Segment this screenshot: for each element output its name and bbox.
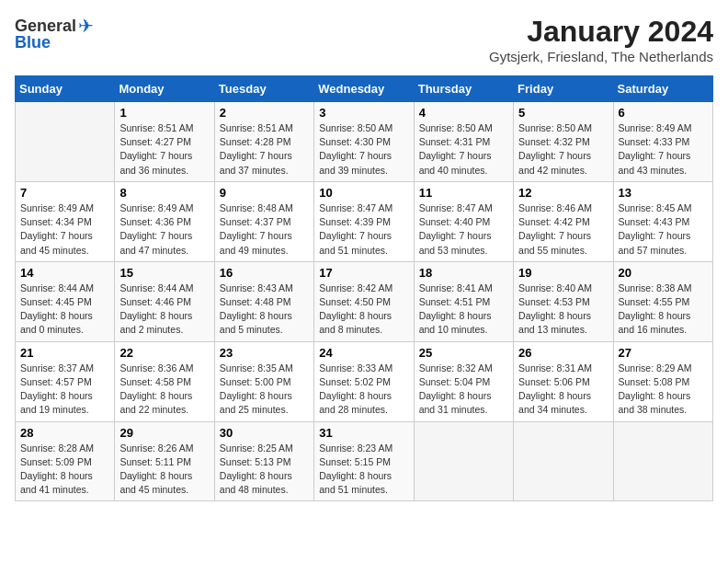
calendar-cell: 22Sunrise: 8:36 AM Sunset: 4:58 PM Dayli… [115,341,214,421]
day-number: 5 [518,106,608,120]
calendar-cell: 12Sunrise: 8:46 AM Sunset: 4:42 PM Dayli… [514,181,613,261]
day-info: Sunrise: 8:28 AM Sunset: 5:09 PM Dayligh… [20,442,109,498]
day-info: Sunrise: 8:25 AM Sunset: 5:13 PM Dayligh… [220,442,309,498]
day-number: 24 [319,346,408,360]
calendar-cell: 24Sunrise: 8:33 AM Sunset: 5:02 PM Dayli… [314,341,414,421]
day-info: Sunrise: 8:43 AM Sunset: 4:48 PM Dayligh… [220,282,309,338]
page-subtitle: Gytsjerk, Friesland, The Netherlands [489,49,713,64]
day-info: Sunrise: 8:51 AM Sunset: 4:28 PM Dayligh… [220,121,309,178]
logo-bird-icon: ✈ [78,15,94,37]
column-header-monday: Monday [115,76,214,102]
day-info: Sunrise: 8:41 AM Sunset: 4:51 PM Dayligh… [419,282,508,338]
calendar-cell: 4Sunrise: 8:50 AM Sunset: 4:31 PM Daylig… [414,102,513,182]
day-info: Sunrise: 8:47 AM Sunset: 4:40 PM Dayligh… [419,201,508,258]
day-info: Sunrise: 8:26 AM Sunset: 5:11 PM Dayligh… [119,442,209,498]
calendar-week-row: 14Sunrise: 8:44 AM Sunset: 4:45 PM Dayli… [16,261,713,341]
calendar-cell [613,421,712,501]
day-number: 25 [419,346,508,360]
day-info: Sunrise: 8:50 AM Sunset: 4:32 PM Dayligh… [518,121,608,178]
day-number: 17 [319,266,408,280]
day-info: Sunrise: 8:47 AM Sunset: 4:39 PM Dayligh… [319,201,408,258]
title-area: January 2024 Gytsjerk, Friesland, The Ne… [489,15,713,64]
logo: General ✈ Blue [15,15,94,52]
day-number: 3 [319,106,408,120]
day-number: 15 [119,266,209,280]
calendar-cell: 25Sunrise: 8:32 AM Sunset: 5:04 PM Dayli… [414,341,513,421]
logo-blue-text: Blue [15,33,51,52]
calendar-cell: 1Sunrise: 8:51 AM Sunset: 4:27 PM Daylig… [115,102,214,182]
day-number: 22 [119,346,209,360]
day-number: 23 [220,346,309,360]
day-info: Sunrise: 8:42 AM Sunset: 4:50 PM Dayligh… [319,282,408,338]
day-info: Sunrise: 8:33 AM Sunset: 5:02 PM Dayligh… [319,362,408,418]
calendar-cell: 16Sunrise: 8:43 AM Sunset: 4:48 PM Dayli… [214,261,313,341]
day-info: Sunrise: 8:29 AM Sunset: 5:08 PM Dayligh… [619,362,708,418]
day-info: Sunrise: 8:44 AM Sunset: 4:45 PM Dayligh… [20,282,109,338]
calendar-cell: 30Sunrise: 8:25 AM Sunset: 5:13 PM Dayli… [214,421,313,501]
column-header-tuesday: Tuesday [214,76,313,102]
day-number: 29 [119,426,209,440]
day-info: Sunrise: 8:40 AM Sunset: 4:53 PM Dayligh… [518,282,608,338]
column-header-friday: Friday [514,76,613,102]
day-info: Sunrise: 8:32 AM Sunset: 5:04 PM Dayligh… [419,362,508,418]
day-info: Sunrise: 8:37 AM Sunset: 4:57 PM Dayligh… [20,362,109,418]
calendar-cell: 31Sunrise: 8:23 AM Sunset: 5:15 PM Dayli… [314,421,414,501]
day-number: 21 [20,346,109,360]
day-number: 11 [419,186,508,200]
calendar-cell: 2Sunrise: 8:51 AM Sunset: 4:28 PM Daylig… [214,102,313,182]
day-number: 2 [220,106,309,120]
calendar-table: SundayMondayTuesdayWednesdayThursdayFrid… [15,75,713,501]
calendar-cell [414,421,513,501]
column-header-wednesday: Wednesday [314,76,414,102]
day-number: 10 [319,186,408,200]
day-number: 13 [619,186,708,200]
day-number: 19 [518,266,608,280]
day-info: Sunrise: 8:23 AM Sunset: 5:15 PM Dayligh… [319,442,408,498]
day-info: Sunrise: 8:48 AM Sunset: 4:37 PM Dayligh… [220,201,309,258]
calendar-cell: 11Sunrise: 8:47 AM Sunset: 4:40 PM Dayli… [414,181,513,261]
calendar-cell: 27Sunrise: 8:29 AM Sunset: 5:08 PM Dayli… [613,341,712,421]
day-number: 6 [619,106,708,120]
calendar-header-row: SundayMondayTuesdayWednesdayThursdayFrid… [16,76,713,102]
calendar-week-row: 28Sunrise: 8:28 AM Sunset: 5:09 PM Dayli… [16,421,713,501]
calendar-cell: 26Sunrise: 8:31 AM Sunset: 5:06 PM Dayli… [514,341,613,421]
day-info: Sunrise: 8:36 AM Sunset: 4:58 PM Dayligh… [119,362,209,418]
day-info: Sunrise: 8:31 AM Sunset: 5:06 PM Dayligh… [518,362,608,418]
calendar-cell: 18Sunrise: 8:41 AM Sunset: 4:51 PM Dayli… [414,261,513,341]
day-number: 30 [220,426,309,440]
column-header-thursday: Thursday [414,76,513,102]
calendar-cell: 3Sunrise: 8:50 AM Sunset: 4:30 PM Daylig… [314,102,414,182]
day-number: 8 [119,186,209,200]
column-header-saturday: Saturday [613,76,712,102]
page-header: General ✈ Blue January 2024 Gytsjerk, Fr… [15,15,713,64]
day-info: Sunrise: 8:49 AM Sunset: 4:33 PM Dayligh… [619,121,708,178]
day-number: 27 [619,346,708,360]
calendar-cell [514,421,613,501]
calendar-cell: 9Sunrise: 8:48 AM Sunset: 4:37 PM Daylig… [214,181,313,261]
day-info: Sunrise: 8:49 AM Sunset: 4:34 PM Dayligh… [20,201,109,258]
calendar-week-row: 7Sunrise: 8:49 AM Sunset: 4:34 PM Daylig… [16,181,713,261]
calendar-cell: 21Sunrise: 8:37 AM Sunset: 4:57 PM Dayli… [16,341,115,421]
calendar-cell: 6Sunrise: 8:49 AM Sunset: 4:33 PM Daylig… [613,102,712,182]
calendar-cell: 20Sunrise: 8:38 AM Sunset: 4:55 PM Dayli… [613,261,712,341]
day-info: Sunrise: 8:49 AM Sunset: 4:36 PM Dayligh… [119,201,209,258]
calendar-cell: 19Sunrise: 8:40 AM Sunset: 4:53 PM Dayli… [514,261,613,341]
day-info: Sunrise: 8:38 AM Sunset: 4:55 PM Dayligh… [619,282,708,338]
calendar-week-row: 1Sunrise: 8:51 AM Sunset: 4:27 PM Daylig… [16,102,713,182]
day-info: Sunrise: 8:45 AM Sunset: 4:43 PM Dayligh… [619,201,708,258]
calendar-cell: 17Sunrise: 8:42 AM Sunset: 4:50 PM Dayli… [314,261,414,341]
day-number: 4 [419,106,508,120]
day-number: 12 [518,186,608,200]
calendar-cell: 5Sunrise: 8:50 AM Sunset: 4:32 PM Daylig… [514,102,613,182]
day-number: 26 [518,346,608,360]
day-info: Sunrise: 8:50 AM Sunset: 4:30 PM Dayligh… [319,121,408,178]
day-number: 31 [319,426,408,440]
day-number: 16 [220,266,309,280]
day-number: 18 [419,266,508,280]
calendar-cell: 23Sunrise: 8:35 AM Sunset: 5:00 PM Dayli… [214,341,313,421]
day-number: 9 [220,186,309,200]
calendar-cell: 14Sunrise: 8:44 AM Sunset: 4:45 PM Dayli… [16,261,115,341]
day-number: 1 [119,106,209,120]
day-number: 28 [20,426,109,440]
page-title: January 2024 [489,15,713,49]
